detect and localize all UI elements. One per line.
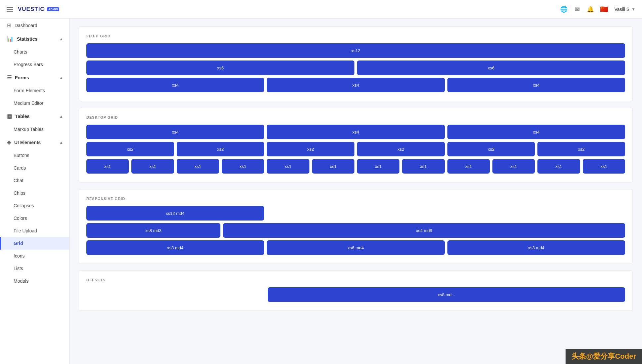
- layout: ⊞ Dashboard 📊 Statistics ▲ Charts Progre…: [0, 19, 642, 364]
- sidebar-label-chips: Chips: [14, 190, 25, 196]
- desktop-cell-xs1-11: xs1: [537, 159, 580, 174]
- logo-badge: ADMIN: [47, 7, 60, 11]
- sidebar-item-lists[interactable]: Lists: [0, 262, 69, 275]
- sidebar-item-modals[interactable]: Modals: [0, 275, 69, 287]
- ui-elements-icon: ◈: [7, 139, 11, 145]
- hamburger-icon[interactable]: [7, 7, 13, 12]
- fixed-grid-title: FIXED GRID: [86, 34, 625, 38]
- sidebar-section-forms[interactable]: ☰ Forms ▲: [0, 71, 69, 84]
- desktop-cell-xs2-3: xs2: [267, 142, 354, 156]
- resp-cell-xs12md4: xs12 md4: [86, 206, 264, 221]
- sidebar-label-collapses: Collapses: [14, 203, 34, 208]
- resp-cell-xs6md4: xs6 md4: [267, 240, 444, 255]
- tables-icon: ▦: [7, 113, 12, 119]
- desktop-cell-xs1-8: xs1: [402, 159, 444, 174]
- offsets-cell-xs8: xs8 md...: [268, 287, 625, 302]
- flag-icon[interactable]: 🇨🇳: [600, 5, 608, 13]
- desktop-cell-xs4-2: xs4: [267, 125, 444, 139]
- desktop-cell-xs1-2: xs1: [131, 159, 174, 174]
- sidebar-item-file-upload[interactable]: File Upload: [0, 224, 69, 237]
- desktop-cell-xs1-3: xs1: [177, 159, 219, 174]
- sidebar-label-forms: Forms: [15, 75, 29, 80]
- sidebar-label-form-elements: Form Elements: [14, 88, 45, 93]
- responsive-grid-section: RESPONSIVE GRID xs12 md4 xs8 md3 xs4 md9…: [79, 189, 633, 264]
- globe-icon[interactable]: 🌐: [560, 6, 568, 13]
- sidebar-label-ui-elements: UI Elements: [14, 140, 41, 145]
- desktop-cell-xs4-3: xs4: [447, 125, 625, 139]
- desktop-cell-xs1-1: xs1: [86, 159, 129, 174]
- user-name: Vasili S: [614, 7, 629, 12]
- desktop-cell-xs4-1: xs4: [86, 125, 264, 139]
- desktop-grid-title: DESKTOP GRID: [86, 115, 625, 119]
- desktop-cell-xs2-4: xs2: [357, 142, 445, 156]
- sidebar-label-colors: Colors: [14, 216, 27, 221]
- main-wrapper: FIXED GRID xs12 xs6 xs6 xs4 xs4 xs4: [69, 19, 642, 364]
- statistics-chevron-icon: ▲: [59, 37, 63, 41]
- user-chevron-icon: ▼: [631, 7, 635, 12]
- sidebar-item-dashboard[interactable]: ⊞ Dashboard: [0, 19, 69, 32]
- desktop-cell-xs1-10: xs1: [492, 159, 535, 174]
- desktop-cell-xs1-5: xs1: [267, 159, 309, 174]
- sidebar-label-file-upload: File Upload: [14, 228, 37, 233]
- logo: VUESTIC ADMIN: [18, 6, 59, 13]
- sidebar-label-markup-tables: Markup Tables: [14, 127, 44, 132]
- desktop-cell-xs2-1: xs2: [86, 142, 174, 156]
- sidebar-section-statistics[interactable]: 📊 Statistics ▲: [0, 32, 69, 46]
- desktop-cell-xs1-12: xs1: [583, 159, 625, 174]
- sidebar-label-chat: Chat: [14, 178, 23, 183]
- sidebar-item-collapses[interactable]: Collapses: [0, 199, 69, 212]
- sidebar-label-grid: Grid: [14, 241, 23, 246]
- bell-icon[interactable]: 🔔: [587, 6, 594, 13]
- fixed-grid-row-3: xs4 xs4 xs4: [86, 78, 625, 92]
- sidebar-item-colors[interactable]: Colors: [0, 212, 69, 224]
- user-menu[interactable]: Vasili S ▼: [614, 7, 635, 12]
- responsive-grid-row-2: xs8 md3 xs4 md9: [86, 223, 625, 238]
- main-content: FIXED GRID xs12 xs6 xs6 xs4 xs4 xs4: [69, 19, 642, 364]
- sidebar-item-medium-editor[interactable]: Medium Editor: [0, 97, 69, 109]
- desktop-grid-row-1: xs4 xs4 xs4: [86, 125, 625, 139]
- fixed-grid-section: FIXED GRID xs12 xs6 xs6 xs4 xs4 xs4: [79, 26, 633, 101]
- sidebar-section-tables[interactable]: ▦ Tables ▲: [0, 109, 69, 123]
- dashboard-icon: ⊞: [7, 22, 11, 28]
- desktop-cell-xs1-6: xs1: [312, 159, 354, 174]
- sidebar-item-buttons[interactable]: Buttons: [0, 149, 69, 162]
- topnav-right: 🌐 ✉ 🔔 🇨🇳 Vasili S ▼: [560, 5, 635, 13]
- sidebar-section-ui-elements[interactable]: ◈ UI Elements ▲: [0, 136, 69, 149]
- sidebar-item-cards[interactable]: Cards: [0, 162, 69, 174]
- sidebar-label-progress-bars: Progress Bars: [14, 62, 43, 67]
- sidebar-label-icons: Icons: [14, 253, 24, 259]
- logo-text: VUESTIC: [18, 6, 45, 13]
- cell-xs4-2: xs4: [267, 78, 444, 92]
- topnav: VUESTIC ADMIN 🌐 ✉ 🔔 🇨🇳 Vasili S ▼: [0, 0, 642, 19]
- cell-xs6-1: xs6: [86, 61, 354, 75]
- desktop-cell-xs2-6: xs2: [537, 142, 625, 156]
- resp-cell-xs4md9: xs4 md9: [223, 223, 625, 238]
- cell-xs12: xs12: [86, 43, 625, 58]
- desktop-grid-row-2: xs2 xs2 xs2 xs2 xs2 xs2: [86, 142, 625, 156]
- sidebar-item-markup-tables[interactable]: Markup Tables: [0, 123, 69, 136]
- resp-cell-xs3md4-2: xs3 md4: [447, 240, 625, 255]
- sidebar-item-charts[interactable]: Charts: [0, 46, 69, 58]
- fixed-grid-row-2: xs6 xs6: [86, 61, 625, 75]
- sidebar-label-charts: Charts: [14, 49, 27, 55]
- desktop-cell-xs1-4: xs1: [222, 159, 264, 174]
- sidebar-label-cards: Cards: [14, 165, 26, 171]
- sidebar-label-buttons: Buttons: [14, 153, 29, 158]
- sidebar-label-modals: Modals: [14, 278, 28, 284]
- topnav-left: VUESTIC ADMIN: [7, 6, 59, 13]
- sidebar-item-chips[interactable]: Chips: [0, 187, 69, 199]
- fixed-grid-row-1: xs12: [86, 43, 625, 58]
- sidebar-label-tables: Tables: [15, 114, 29, 119]
- sidebar-item-form-elements[interactable]: Form Elements: [0, 84, 69, 97]
- resp-cell-xs8md3: xs8 md3: [86, 223, 220, 238]
- sidebar-item-grid[interactable]: Grid: [0, 237, 69, 250]
- sidebar-item-icons[interactable]: Icons: [0, 250, 69, 262]
- sidebar-item-chat[interactable]: Chat: [0, 174, 69, 187]
- forms-icon: ☰: [7, 74, 12, 81]
- sidebar-label-dashboard: Dashboard: [15, 23, 37, 28]
- tables-chevron-icon: ▲: [59, 114, 63, 119]
- desktop-cell-xs1-7: xs1: [357, 159, 399, 174]
- sidebar-item-progress-bars[interactable]: Progress Bars: [0, 58, 69, 71]
- cell-xs4-1: xs4: [86, 78, 264, 92]
- mail-icon[interactable]: ✉: [573, 6, 581, 13]
